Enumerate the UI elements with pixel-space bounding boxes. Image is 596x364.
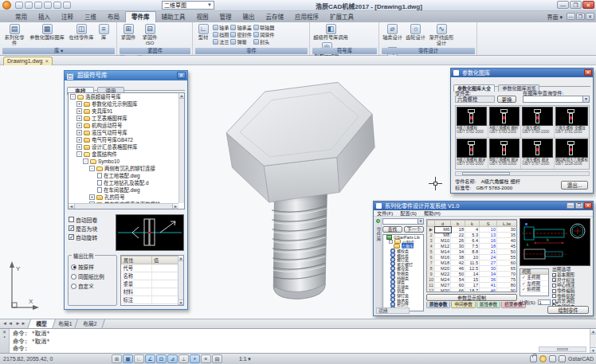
param-tab-属性参数[interactable]: 属性参数 bbox=[476, 302, 500, 308]
open-file-icon[interactable] bbox=[25, 2, 33, 9]
exit-button[interactable]: 退出... bbox=[561, 181, 588, 190]
ribbon-button-系列化零件[interactable]: ▤系列化零件 bbox=[2, 23, 26, 45]
ribbon-button-库[interactable]: ≡库 bbox=[96, 23, 111, 41]
table-row[interactable]: 6M1638102455 bbox=[428, 255, 517, 260]
palette-title-bar[interactable]: 回 超级符号库 ✕ bbox=[65, 71, 187, 80]
radio-icon[interactable] bbox=[71, 274, 76, 280]
tree-item[interactable]: 在工地装配.dwg bbox=[69, 172, 184, 179]
menu-文件(F)[interactable]: 文件(F) bbox=[377, 210, 393, 216]
change-button[interactable]: 更换 bbox=[497, 96, 516, 103]
attribute-row[interactable]: 重量 bbox=[122, 280, 178, 288]
plot-icon[interactable] bbox=[44, 2, 52, 9]
dialog-close-button[interactable]: ✕ bbox=[584, 202, 592, 209]
qp-toggle[interactable]: ▤ bbox=[212, 354, 222, 363]
expand-icon[interactable]: + bbox=[76, 115, 82, 121]
ribbon-group-label[interactable]: 符号库 bbox=[312, 48, 377, 54]
app-logo-icon[interactable] bbox=[2, 1, 11, 10]
find-button[interactable]: 查找 bbox=[382, 226, 402, 233]
collapse-icon[interactable]: - bbox=[89, 166, 95, 171]
restore-button[interactable]: ❐ bbox=[570, 1, 582, 9]
ribbon-small-button-润滑件[interactable]: 润滑件 bbox=[253, 32, 275, 38]
dyn-toggle[interactable]: + bbox=[190, 354, 200, 363]
attribute-row[interactable]: 标注 bbox=[122, 296, 178, 304]
ortho-toggle[interactable]: ∟ bbox=[134, 354, 144, 363]
ribbon-tab-应用程序[interactable]: 应用程序 bbox=[289, 12, 324, 22]
undo-icon[interactable] bbox=[53, 2, 61, 9]
ribbon-small-button-法兰[interactable]: 法兰 bbox=[213, 39, 229, 45]
ribbon-tab-注释[interactable]: 注释 bbox=[56, 12, 79, 22]
tree-item[interactable]: 在工地钻孔及装配.d bbox=[69, 179, 184, 186]
checkbox-icon[interactable] bbox=[552, 289, 556, 293]
attribute-row[interactable]: 备注 bbox=[122, 304, 178, 307]
tree-item[interactable]: -两侧有沉孔的铆钉连接 bbox=[69, 165, 184, 172]
ribbon-button-在线零件库[interactable]: ◫在线零件库 bbox=[68, 23, 95, 41]
checkbox-icon[interactable]: ✓ bbox=[552, 273, 556, 277]
otrack-toggle[interactable]: ⊿ bbox=[167, 354, 178, 363]
grid-toggle[interactable]: ▦ bbox=[123, 354, 133, 363]
search-part-select[interactable]: ▼ bbox=[523, 96, 590, 103]
radio-按原样[interactable]: 按原样 bbox=[71, 262, 115, 272]
dialog-minimize-button[interactable]: — bbox=[567, 202, 574, 209]
scroll-left-icon[interactable]: ◄ bbox=[69, 204, 75, 209]
scroll-up-icon[interactable]: ▲ bbox=[179, 93, 184, 99]
part-thumbnail[interactable]: 钢结构用大六角螺栓GB/T 1228-2006 bbox=[555, 138, 589, 169]
tree-item[interactable]: 在车间装配.dwg bbox=[69, 186, 184, 194]
table-row[interactable]: 9M2250143470 bbox=[428, 272, 517, 277]
polar-toggle[interactable]: ∠ bbox=[145, 354, 155, 363]
view-item-左视图[interactable]: ✓ 左视图 bbox=[520, 281, 548, 288]
ribbon-tab-输出[interactable]: 输出 bbox=[237, 12, 261, 22]
scroll-up-icon[interactable]: ▲ bbox=[178, 256, 183, 261]
snap-toggle[interactable]: ⊞ bbox=[112, 354, 122, 363]
library-select[interactable]: ▼ bbox=[382, 218, 424, 225]
expand-icon[interactable]: + bbox=[76, 137, 82, 143]
table-row[interactable]: 8M204612.53065 bbox=[428, 266, 517, 272]
command-hscrollbar[interactable] bbox=[539, 346, 586, 352]
checkbox-icon[interactable]: ✓ bbox=[69, 225, 74, 231]
ribbon-tab-插入[interactable]: 插入 bbox=[33, 12, 56, 22]
tree-item[interactable]: +设计汇总表格图样库 bbox=[69, 143, 184, 151]
ducs-toggle[interactable]: ⊥ bbox=[178, 354, 189, 363]
tree-item[interactable]: +工艺表格图样库 bbox=[69, 115, 184, 122]
collapse-icon[interactable]: - bbox=[70, 94, 76, 100]
ribbon-tab-扩展工具[interactable]: 扩展工具 bbox=[324, 12, 359, 22]
radio-同图纸比例[interactable]: 同图纸比例 bbox=[71, 272, 115, 281]
scroll-down-icon[interactable]: ▼ bbox=[178, 299, 183, 305]
tree-item[interactable]: +孔的符号 bbox=[69, 194, 184, 201]
command-scrollbar[interactable]: ▲▼ bbox=[590, 329, 596, 353]
view-item-主视图[interactable]: ✓ 主视图 bbox=[520, 275, 548, 281]
tree-item[interactable]: +机构运动符号 bbox=[69, 122, 184, 129]
part-thumbnail[interactable]: A级六角螺栓GB/T 5782-2000 bbox=[456, 106, 488, 137]
views-list[interactable]: 视图 ✓ 主视图✓ 左视图✓ 俯视图 bbox=[520, 268, 549, 296]
checkbox-icon[interactable]: ✓ bbox=[69, 234, 74, 240]
ribbon-button-渐开线齿形设计[interactable]: ∿渐开线齿形设计 bbox=[428, 23, 455, 45]
minimize-button[interactable]: — bbox=[557, 1, 569, 9]
attribute-row[interactable]: 材料 bbox=[122, 288, 178, 296]
symbol-tree[interactable]: -浩辰超级符号库+参数化绘元示例图库+夹具库91+工艺表格图样库+机构运动符号+… bbox=[68, 92, 185, 209]
expand-icon[interactable]: + bbox=[76, 130, 82, 135]
doc-minimize-button[interactable]: — bbox=[567, 13, 575, 20]
ribbon-button-轴类设计[interactable]: ⌀轴类设计 bbox=[382, 23, 403, 41]
ribbon-tab-布局[interactable]: 布局 bbox=[102, 12, 125, 22]
tree-item[interactable]: -浩辰超级符号库 bbox=[69, 93, 184, 100]
checkbox-icon[interactable] bbox=[552, 284, 556, 288]
interface-menu[interactable]: 界面 ▾ bbox=[547, 13, 563, 21]
close-button[interactable]: ✕ bbox=[582, 1, 594, 9]
param-display-button[interactable]: 参数显示控制 bbox=[426, 294, 517, 301]
ribbon-group-label[interactable]: 零件设计 bbox=[382, 48, 475, 54]
radio-icon[interactable] bbox=[71, 284, 76, 289]
ribbon-tab-视图[interactable]: 视图 bbox=[191, 12, 214, 22]
collapse-icon[interactable]: - bbox=[389, 240, 393, 244]
tree-item[interactable]: +电气符号库GB472 bbox=[69, 136, 184, 143]
checkbox-icon[interactable]: ✓ bbox=[552, 278, 556, 282]
bulb-icon[interactable] bbox=[539, 355, 547, 362]
part-thumbnail[interactable]: 六角头螺栓 细牙GB/T 5787-2000 bbox=[521, 138, 553, 169]
tree-item[interactable]: +夹具库91 bbox=[69, 108, 184, 115]
ribbon-small-button-轴承[interactable]: 轴承 bbox=[213, 25, 229, 31]
part-thumbnail[interactable]: A级六角螺栓 细杆GB/T 5783-2000 bbox=[488, 106, 520, 137]
attribute-table[interactable]: 属性 值 代号名称重量材料标注备注 ▲ ▼ bbox=[120, 255, 184, 306]
tree-item[interactable]: -Symbo10 bbox=[69, 158, 184, 165]
param-tab-原始参数[interactable]: 原始参数 bbox=[426, 302, 450, 308]
tree-item[interactable]: +参数化绘元示例图库 bbox=[69, 100, 184, 108]
clean-screen-icon[interactable] bbox=[549, 355, 556, 362]
param-tab-中间参数[interactable]: 中间参数 bbox=[451, 302, 475, 308]
